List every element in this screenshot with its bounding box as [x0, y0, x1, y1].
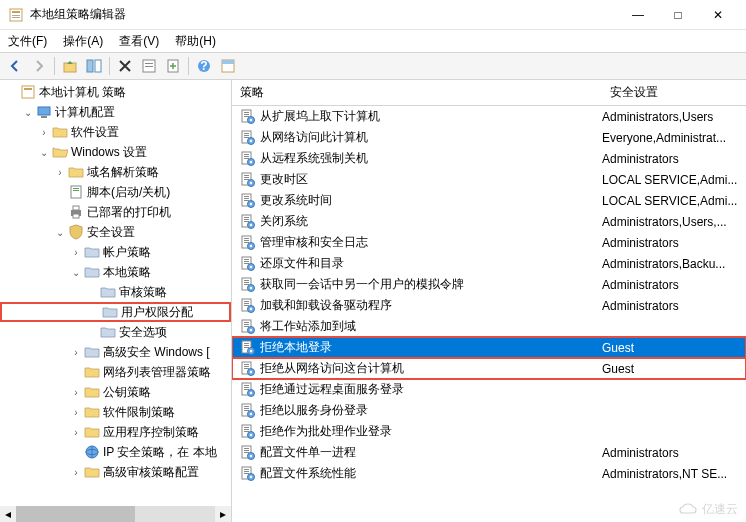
expand-icon[interactable]: › [68, 347, 84, 358]
svg-rect-15 [22, 86, 34, 98]
tree-account-policies[interactable]: ›帐户策略 [0, 242, 231, 262]
properties-button[interactable] [138, 55, 160, 77]
svg-rect-73 [244, 263, 249, 264]
svg-rect-61 [244, 221, 249, 222]
tree-root[interactable]: 本地计算机 策略 [0, 82, 231, 102]
svg-rect-72 [244, 261, 249, 262]
menu-bar: 文件(F) 操作(A) 查看(V) 帮助(H) [0, 30, 746, 52]
delete-button[interactable] [114, 55, 136, 77]
content-area: 本地计算机 策略⌄计算机配置›软件设置⌄Windows 设置›域名解析策略脚本(… [0, 80, 746, 522]
tree-horizontal-scrollbar[interactable]: ◂ ▸ [0, 506, 231, 522]
policy-row[interactable]: 更改时区LOCAL SERVICE,Admi... [232, 169, 746, 190]
minimize-button[interactable]: — [618, 3, 658, 27]
policy-name: 拒绝本地登录 [260, 339, 602, 356]
window-title: 本地组策略编辑器 [30, 6, 618, 23]
svg-rect-36 [244, 135, 249, 136]
expand-icon[interactable]: ⌄ [52, 227, 68, 238]
policy-row[interactable]: 从扩展坞上取下计算机Administrators,Users [232, 106, 746, 127]
policy-row[interactable]: 还原文件和目录Administrators,Backu... [232, 253, 746, 274]
menu-file[interactable]: 文件(F) [8, 33, 47, 50]
tree-advanced-audit[interactable]: ›高级审核策略配置 [0, 462, 231, 482]
menu-view[interactable]: 查看(V) [119, 33, 159, 50]
up-button[interactable] [59, 55, 81, 77]
tree-security-options-icon [100, 324, 116, 340]
column-security[interactable]: 安全设置 [602, 80, 746, 105]
menu-help[interactable]: 帮助(H) [175, 33, 216, 50]
policy-icon [240, 130, 256, 146]
close-button[interactable]: ✕ [698, 3, 738, 27]
tree-security-options[interactable]: 安全选项 [0, 322, 231, 342]
policy-setting: Administrators [602, 152, 746, 166]
policy-row[interactable]: 拒绝从网络访问这台计算机Guest [232, 358, 746, 379]
expand-icon[interactable]: ⌄ [20, 107, 36, 118]
svg-rect-29 [244, 112, 249, 113]
tree-advanced-windows[interactable]: ›高级安全 Windows [ [0, 342, 231, 362]
expand-icon[interactable]: › [68, 247, 84, 258]
expand-icon[interactable]: › [68, 467, 84, 478]
tree-local-policies[interactable]: ⌄本地策略 [0, 262, 231, 282]
maximize-button[interactable]: □ [658, 3, 698, 27]
tree-ip-security[interactable]: IP 安全策略，在 本地 [0, 442, 231, 462]
show-hide-tree-button[interactable] [83, 55, 105, 77]
policy-row[interactable]: 获取同一会话中另一个用户的模拟令牌Administrators [232, 274, 746, 295]
policy-row[interactable]: 从远程系统强制关机Administrators [232, 148, 746, 169]
svg-rect-131 [244, 469, 249, 470]
menu-action[interactable]: 操作(A) [63, 33, 103, 50]
policy-row[interactable]: 从网络访问此计算机Everyone,Administrat... [232, 127, 746, 148]
policy-row[interactable]: 拒绝以服务身份登录 [232, 400, 746, 421]
tree-security-settings[interactable]: ⌄安全设置 [0, 222, 231, 242]
tree-item-label: 应用程序控制策略 [103, 424, 199, 441]
tree-audit-policy[interactable]: 审核策略 [0, 282, 231, 302]
svg-point-75 [250, 265, 252, 267]
tree-scripts[interactable]: 脚本(启动/关机) [0, 182, 231, 202]
expand-icon[interactable]: ⌄ [68, 267, 84, 278]
expand-icon[interactable]: ⌄ [36, 147, 52, 158]
policy-icon [240, 445, 256, 461]
policy-row[interactable]: 配置文件系统性能Administrators,NT SE... [232, 463, 746, 484]
policy-icon [240, 277, 256, 293]
tree-user-rights[interactable]: 用户权限分配 [0, 302, 231, 322]
policy-row[interactable]: 管理审核和安全日志Administrators [232, 232, 746, 253]
tree-software-settings[interactable]: ›软件设置 [0, 122, 231, 142]
tree-app-control[interactable]: ›应用程序控制策略 [0, 422, 231, 442]
svg-rect-79 [244, 284, 249, 285]
tree-dns-policy[interactable]: ›域名解析策略 [0, 162, 231, 182]
svg-rect-97 [244, 347, 249, 348]
expand-icon[interactable]: › [36, 127, 52, 138]
tree-account-policies-icon [84, 244, 100, 260]
tree-windows-settings[interactable]: ⌄Windows 设置 [0, 142, 231, 162]
svg-rect-48 [244, 177, 249, 178]
policy-row[interactable]: 拒绝作为批处理作业登录 [232, 421, 746, 442]
tree-ip-security-icon [84, 444, 100, 460]
column-policy[interactable]: 策略 [232, 80, 602, 105]
expand-icon[interactable]: › [52, 167, 68, 178]
expand-icon[interactable]: › [68, 407, 84, 418]
tree-deployed-printers[interactable]: 已部署的打印机 [0, 202, 231, 222]
svg-rect-35 [244, 133, 249, 134]
tree-network-list[interactable]: 网络列表管理器策略 [0, 362, 231, 382]
back-button[interactable] [4, 55, 26, 77]
export-button[interactable] [162, 55, 184, 77]
tree-item-label: 审核策略 [119, 284, 167, 301]
svg-point-105 [250, 370, 252, 372]
tree-software-restriction[interactable]: ›软件限制策略 [0, 402, 231, 422]
policy-row[interactable]: 配置文件单一进程Administrators [232, 442, 746, 463]
tree-public-key[interactable]: ›公钥策略 [0, 382, 231, 402]
policy-row[interactable]: 拒绝本地登录Guest [232, 337, 746, 358]
policy-row[interactable]: 将工作站添加到域 [232, 316, 746, 337]
svg-rect-54 [244, 198, 249, 199]
tree-computer-config[interactable]: ⌄计算机配置 [0, 102, 231, 122]
svg-rect-84 [244, 303, 249, 304]
forward-button[interactable] [28, 55, 50, 77]
expand-icon[interactable]: › [68, 387, 84, 398]
svg-rect-53 [244, 196, 249, 197]
policy-row[interactable]: 拒绝通过远程桌面服务登录 [232, 379, 746, 400]
expand-icon[interactable]: › [68, 427, 84, 438]
svg-rect-1 [12, 11, 20, 13]
policy-row[interactable]: 关闭系统Administrators,Users,... [232, 211, 746, 232]
policy-row[interactable]: 更改系统时间LOCAL SERVICE,Admi... [232, 190, 746, 211]
help-button[interactable]: ? [193, 55, 215, 77]
policy-row[interactable]: 加载和卸载设备驱动程序Administrators [232, 295, 746, 316]
view-options-button[interactable] [217, 55, 239, 77]
policy-name: 从扩展坞上取下计算机 [260, 108, 602, 125]
